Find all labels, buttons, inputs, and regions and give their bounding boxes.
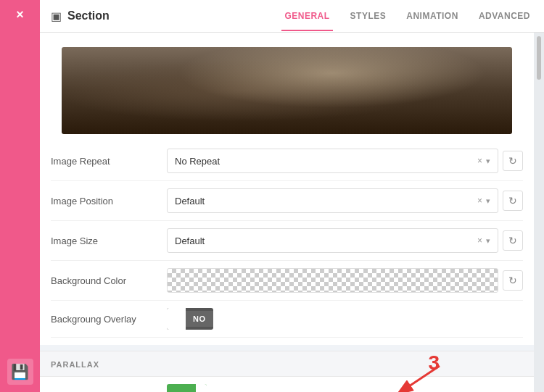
- background-overlay-row: Backgroung Overlay NO: [51, 301, 523, 338]
- scrollbar[interactable]: [534, 33, 544, 392]
- header-left: ▣ Section: [51, 9, 110, 23]
- parallax-section: PARALLAX 3: [40, 351, 534, 392]
- toggle-empty-yes: [196, 384, 207, 392]
- image-position-row: Image Position Default × ▾ ↻: [51, 181, 523, 221]
- annotation-arrow: [382, 362, 454, 392]
- parallax-effect-control: YES: [167, 384, 523, 392]
- toggle-no-label: NO: [186, 311, 213, 327]
- refresh-button-2[interactable]: ↻: [503, 191, 523, 211]
- image-repeat-value: No Repeat: [175, 156, 220, 167]
- scrollable-content: Image Repeat No Repeat × ▾ ↻: [40, 33, 534, 392]
- svg-line-1: [396, 366, 440, 392]
- background-overlay-control: NO: [167, 308, 523, 330]
- yes-label: YES: [167, 387, 196, 392]
- parallax-effect-label: Parallax Effect: [51, 390, 167, 393]
- refresh-button[interactable]: ↻: [503, 151, 523, 171]
- image-size-select[interactable]: Default × ▾: [167, 228, 498, 253]
- parallax-section-label: PARALLAX: [51, 360, 99, 369]
- select-right-2: × ▾: [477, 196, 490, 206]
- save-icon[interactable]: 💾: [7, 359, 33, 385]
- refresh-button-3[interactable]: ↻: [503, 230, 523, 251]
- image-size-row: Image Size Default × ▾ ↻: [51, 221, 523, 261]
- clear-icon[interactable]: ×: [477, 156, 482, 166]
- image-size-value: Default: [175, 235, 205, 246]
- close-button[interactable]: ×: [16, 7, 24, 22]
- chevron-down-icon[interactable]: ▾: [486, 157, 490, 166]
- image-repeat-row: Image Repeat No Repeat × ▾ ↻: [51, 141, 523, 181]
- clear-icon-3[interactable]: ×: [477, 235, 482, 246]
- app-container: × 💾 ▣ Section GENERAL STYLES ANIMATION A…: [0, 0, 544, 392]
- tab-bar: GENERAL STYLES ANIMATION ADVANCED: [281, 1, 533, 31]
- chevron-down-icon-2[interactable]: ▾: [486, 196, 490, 206]
- clear-icon-2[interactable]: ×: [477, 196, 482, 206]
- background-color-label: Background Color: [51, 275, 167, 286]
- image-position-control: Default × ▾ ↻: [167, 188, 523, 213]
- content-wrapper: ▣ Section GENERAL STYLES ANIMATION ADVAN…: [40, 0, 544, 392]
- image-size-control: Default × ▾ ↻: [167, 228, 523, 253]
- page-title: Section: [67, 9, 110, 22]
- image-position-select[interactable]: Default × ▾: [167, 188, 498, 213]
- section-icon: ▣: [51, 9, 62, 23]
- scrollbar-thumb[interactable]: [537, 36, 541, 80]
- parallax-header: PARALLAX: [40, 351, 534, 377]
- background-color-control: ↻: [167, 268, 523, 293]
- color-picker[interactable]: [167, 268, 498, 293]
- preview-image: [62, 47, 512, 134]
- image-position-value: Default: [175, 196, 205, 207]
- image-repeat-control: No Repeat × ▾ ↻: [167, 149, 523, 173]
- chevron-down-icon-3[interactable]: ▾: [486, 236, 490, 246]
- form-section: Image Repeat No Repeat × ▾ ↻: [40, 134, 534, 345]
- background-overlay-label: Backgroung Overlay: [51, 314, 167, 325]
- overlay-toggle[interactable]: NO: [167, 308, 213, 330]
- sidebar: × 💾: [0, 0, 40, 392]
- select-right: × ▾: [477, 156, 490, 166]
- tab-styles[interactable]: STYLES: [347, 1, 390, 31]
- toggle-empty-left: [167, 308, 186, 330]
- image-size-label: Image Size: [51, 235, 167, 246]
- header: ▣ Section GENERAL STYLES ANIMATION ADVAN…: [40, 0, 544, 33]
- background-color-row: Background Color ↻: [51, 261, 523, 301]
- image-repeat-label: Image Repeat: [51, 156, 167, 167]
- image-position-label: Image Position: [51, 196, 167, 207]
- tab-general[interactable]: GENERAL: [281, 1, 332, 31]
- image-preview: [62, 47, 512, 134]
- refresh-button-4[interactable]: ↻: [503, 270, 523, 291]
- select-right-3: × ▾: [477, 235, 490, 246]
- tab-advanced[interactable]: ADVANCED: [476, 1, 533, 31]
- image-repeat-select[interactable]: No Repeat × ▾: [167, 149, 498, 173]
- content-body: Image Repeat No Repeat × ▾ ↻: [40, 33, 544, 392]
- parallax-toggle[interactable]: YES: [167, 384, 207, 392]
- tab-animation[interactable]: ANIMATION: [403, 1, 461, 31]
